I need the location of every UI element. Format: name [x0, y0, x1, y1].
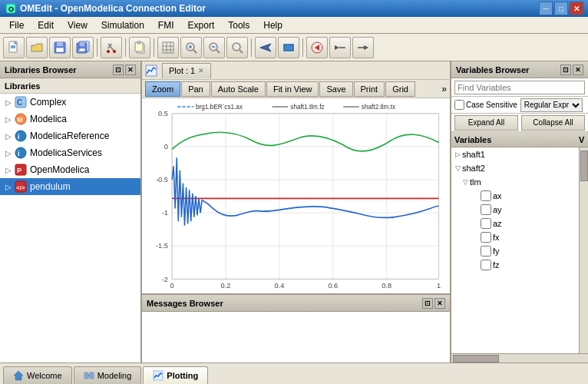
plot-grid-btn[interactable]: Grid [385, 81, 415, 97]
variables-scrollbar[interactable] [579, 147, 588, 353]
bottom-tabs: Welcome Modeling Plotting [0, 362, 588, 384]
plot-zoom-btn[interactable]: Zoom [145, 81, 180, 97]
minimize-button[interactable]: ─ [539, 2, 553, 15]
variables-close-btn[interactable]: ✕ [573, 65, 583, 75]
messages-close-btn[interactable]: ✕ [434, 298, 445, 309]
toolbar-forward-btn[interactable] [329, 37, 351, 58]
toolbar-arrow-btn[interactable] [255, 37, 276, 58]
tree-item-complex[interactable]: ▷ C Complex [0, 94, 140, 111]
az-checkbox[interactable] [481, 218, 491, 229]
collapse-all-btn[interactable]: Collapse All [521, 115, 585, 131]
main-content: Libraries Browser ⊡ ✕ Libraries ▷ C Comp… [0, 61, 588, 362]
vars-item-shaft2[interactable]: ▽ shaft2 [451, 161, 579, 175]
vars-item-ax[interactable]: ▷ ax [451, 189, 579, 203]
menu-edit[interactable]: Edit [31, 18, 60, 32]
tab-modeling[interactable]: Modeling [74, 366, 142, 384]
vars-item-fz[interactable]: ▷ fz [451, 258, 579, 272]
vars-item-ay[interactable]: ▷ ay [451, 203, 579, 217]
tree-item-modelica[interactable]: ▷ M Modelica [0, 111, 140, 127]
menu-fmi[interactable]: FMI [152, 18, 180, 32]
tree-item-openmodelica[interactable]: ▷ P OpenModelica [0, 161, 140, 178]
expand-icon-modelicasvcs: ▷ [3, 147, 14, 158]
variables-options: Case Sensitive Regular Expr [451, 97, 588, 114]
titlebar-controls: ─ □ ✕ [539, 2, 583, 15]
plot-expand-btn[interactable]: » [441, 84, 447, 94]
plot-pan-btn[interactable]: Pan [181, 81, 210, 97]
variables-tree: ▷ shaft1 ▽ shaft2 ▽ tlm ▷ ax [451, 147, 579, 353]
tree-label-modelica: Modelica [30, 114, 67, 124]
svg-point-15 [107, 50, 110, 53]
expand-icon-modelica: ▷ [3, 114, 14, 124]
plot-toolbar: Zoom Pan Auto Scale Fit in View Save Pri… [142, 80, 450, 98]
vars-item-fx[interactable]: ▷ fx [451, 230, 579, 244]
toolbar-saveall-btn[interactable] [72, 37, 94, 58]
plot-tab-close[interactable]: ✕ [198, 67, 204, 74]
toolbar-new-btn[interactable] [3, 37, 25, 58]
fz-checkbox[interactable] [481, 260, 491, 270]
ax-checkbox[interactable] [481, 190, 491, 201]
messages-undock-btn[interactable]: ⊡ [422, 298, 433, 309]
toolbar-sep5 [302, 38, 303, 57]
scrollbar-thumb[interactable] [580, 151, 588, 181]
menu-export[interactable]: Export [182, 18, 221, 32]
svg-text:brg1.bER`cs1.ax: brg1.bER`cs1.ax [196, 103, 243, 111]
ay-checkbox[interactable] [481, 204, 491, 215]
tree-item-modelicasvcs[interactable]: ▷ i ModelicaServices [0, 144, 140, 161]
fx-checkbox[interactable] [481, 232, 491, 243]
toolbar-cut-btn[interactable] [101, 37, 122, 58]
svg-marker-34 [260, 44, 271, 51]
hscroll-thumb[interactable] [453, 355, 499, 362]
toolbar-save-btn[interactable] [49, 37, 71, 58]
titlebar-title: OMEdit - OpenModelica Connection Editor [20, 3, 539, 14]
toolbar-back-btn[interactable] [306, 37, 328, 58]
plot-area[interactable]: 0.5 0 -0.5 -1 -1.5 -2 0 0.2 0.4 0.6 0.8 … [142, 98, 450, 293]
svg-text:1: 1 [437, 281, 441, 290]
toolbar-paste-btn[interactable] [129, 37, 150, 58]
vars-item-shaft1[interactable]: ▷ shaft1 [451, 147, 579, 161]
svg-text:0.5: 0.5 [158, 109, 168, 118]
svg-marker-38 [335, 45, 339, 50]
menu-file[interactable]: File [3, 18, 30, 32]
regex-select[interactable]: Regular Expr [520, 98, 583, 112]
vars-item-az[interactable]: ▷ az [451, 217, 579, 230]
toolbar-rect-btn[interactable] [278, 37, 299, 58]
svg-text:shaft1.tlm.fz: shaft1.tlm.fz [290, 103, 324, 111]
toolbar-zoomin-btn[interactable] [180, 37, 202, 58]
tree-item-modelicaref[interactable]: ▷ i ModelicaReference [0, 127, 140, 144]
libraries-undock-btn[interactable]: ⊡ [113, 65, 124, 75]
menu-view[interactable]: View [61, 18, 94, 32]
case-sensitive-checkbox[interactable] [454, 100, 464, 110]
close-button[interactable]: ✕ [570, 2, 583, 15]
tree-label-modelicasvcs: ModelicaServices [30, 147, 102, 158]
maximize-button[interactable]: □ [554, 2, 568, 15]
expand-all-btn[interactable]: Expand All [454, 115, 518, 131]
plot-autoscale-btn[interactable]: Auto Scale [211, 81, 266, 97]
tab-plotting[interactable]: Plotting [143, 366, 208, 384]
variables-undock-btn[interactable]: ⊡ [560, 65, 571, 75]
menu-help[interactable]: Help [257, 18, 289, 32]
toolbar-zoomout-btn[interactable] [203, 37, 225, 58]
variables-search-input[interactable] [454, 81, 585, 94]
messages-content [142, 312, 450, 362]
tree-item-pendulum[interactable]: ▷ </> pendulum [0, 178, 140, 195]
plot-fitview-btn[interactable]: Fit in View [266, 81, 319, 97]
tab-welcome[interactable]: Welcome [3, 366, 72, 384]
plot-print-btn[interactable]: Print [354, 81, 385, 97]
menu-tools[interactable]: Tools [222, 18, 256, 32]
toolbar-zoom100-btn[interactable] [226, 37, 248, 58]
fy-checkbox[interactable] [481, 246, 491, 257]
vars-item-tlm[interactable]: ▽ tlm [451, 175, 579, 189]
toolbar-grid-btn[interactable] [157, 37, 179, 58]
libraries-subheader-label: Libraries [5, 81, 40, 91]
messages-panel: Messages Browser ⊡ ✕ [142, 293, 450, 362]
vars-item-fy[interactable]: ▷ fy [451, 244, 579, 258]
plot-save-btn[interactable]: Save [319, 81, 352, 97]
toolbar-open-btn[interactable] [26, 37, 48, 58]
menu-simulation[interactable]: Simulation [95, 18, 150, 32]
vars-tree-container: ▷ shaft1 ▽ shaft2 ▽ tlm ▷ ax [451, 147, 588, 353]
libraries-close-btn[interactable]: ✕ [125, 65, 136, 75]
toolbar-next-btn[interactable] [352, 37, 374, 58]
variables-search-box [451, 78, 588, 97]
svg-marker-37 [315, 45, 319, 51]
plot-tab-1[interactable]: Plot : 1 ✕ [162, 63, 211, 78]
